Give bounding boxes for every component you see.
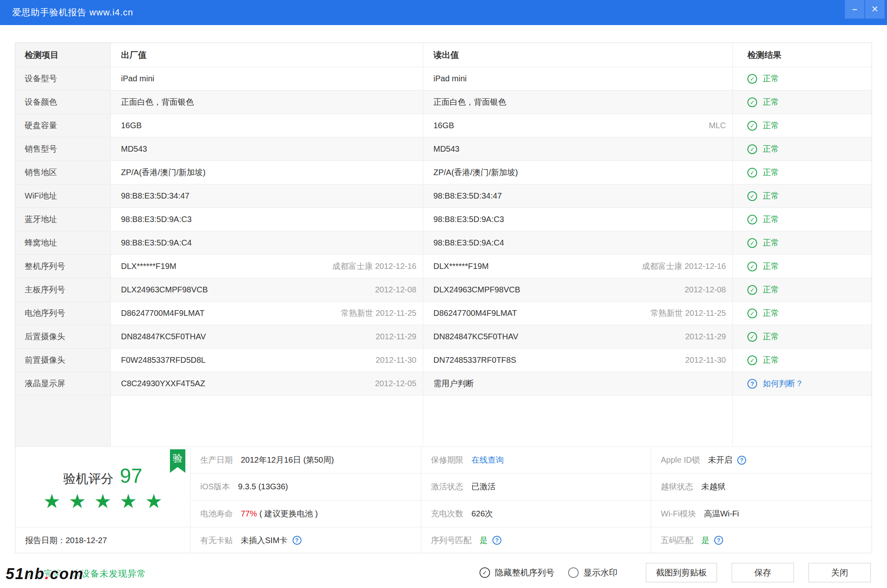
date-note: 常熟新世 2012-11-25 bbox=[651, 308, 726, 319]
battery-health-percent: 77% bbox=[241, 509, 257, 518]
summary-label: 五码匹配 bbox=[661, 535, 693, 546]
factory-value-cell: DLX******F19M成都富士康 2012-12-16 bbox=[111, 255, 423, 278]
result-normal-text: 正常 bbox=[763, 190, 779, 201]
online-query-link[interactable]: 在线查询 bbox=[471, 455, 504, 465]
read-value-cell: DLX24963CMPF98VCB2012-12-08 bbox=[423, 278, 733, 301]
factory-value-cell: 98:B8:E3:5D:34:47 bbox=[111, 184, 423, 207]
summary-value: 高温Wi-Fi bbox=[704, 508, 739, 519]
check-circle-icon: ✓ bbox=[747, 285, 757, 295]
result-normal-text: 正常 bbox=[763, 120, 779, 131]
check-circle-icon: ✓ bbox=[747, 168, 757, 178]
save-button[interactable]: 保存 bbox=[732, 563, 794, 582]
summary-value: 626次 bbox=[471, 508, 493, 519]
factory-value-cell: 正面白色，背面银色 bbox=[111, 91, 423, 114]
cell-value: D86247700M4F9LMAT bbox=[121, 309, 336, 318]
result-normal-text: 正常 bbox=[763, 261, 779, 272]
table-row: 蓝牙地址98:B8:E3:5D:9A:C398:B8:E3:5D:9A:C3✓正… bbox=[15, 208, 872, 231]
close-button[interactable]: ✕ bbox=[865, 0, 885, 19]
help-icon[interactable]: ? bbox=[714, 536, 723, 545]
close-report-button[interactable]: 关闭 bbox=[808, 563, 871, 582]
factory-value-cell: 16GB bbox=[111, 114, 423, 137]
factory-value-cell: ZP/A(香港/澳门/新加坡) bbox=[111, 161, 423, 184]
factory-value-cell: iPad mini bbox=[111, 67, 423, 90]
cell-value: iPad mini bbox=[433, 74, 726, 83]
read-value-cell: 98:B8:E3:5D:34:47 bbox=[423, 184, 733, 207]
summary-value: 9.3.5 (13G36) bbox=[238, 482, 288, 491]
summary-cell: 电池寿命77%( 建议更换电池 ) bbox=[191, 501, 421, 527]
minimize-button[interactable]: – bbox=[845, 0, 864, 19]
factory-value-cell: D86247700M4F9LMAT常熟新世 2012-11-25 bbox=[111, 302, 423, 325]
score-value: 97 bbox=[120, 464, 142, 488]
how-to-judge-link[interactable]: 如何判断？ bbox=[763, 378, 803, 389]
cell-value: DN72485337RF0TF8S bbox=[433, 355, 680, 365]
summary-label: 激活状态 bbox=[431, 481, 463, 492]
close-icon: ✕ bbox=[871, 4, 879, 15]
summary-cell: 充电次数626次 bbox=[421, 501, 651, 527]
summary-label: 保修期限 bbox=[431, 455, 463, 465]
window-title: 爱思助手验机报告 www.i4.cn bbox=[0, 6, 133, 19]
show-watermark-radio[interactable] bbox=[568, 567, 579, 578]
result-normal-text: 正常 bbox=[763, 284, 779, 295]
check-circle-icon: ✓ bbox=[747, 191, 757, 201]
cell-value: iPad mini bbox=[121, 74, 416, 83]
date-note: 成都富士康 2012-12-16 bbox=[332, 261, 416, 272]
cell-value: DLX24963CMPF98VCB bbox=[433, 285, 680, 294]
hide-serial-checkbox[interactable]: ✓ bbox=[480, 567, 490, 578]
cell-value: DLX24963CMPF98VCB bbox=[121, 285, 370, 294]
summary-label: 电池寿命 bbox=[200, 508, 233, 519]
check-circle-icon: ✓ bbox=[747, 355, 757, 365]
result-cell: ✓正常 bbox=[733, 278, 872, 301]
factory-value-cell: F0W2485337RFD5D8L2012-11-30 bbox=[111, 349, 423, 372]
summary-cell: 越狱状态未越狱 bbox=[651, 474, 872, 500]
question-circle-icon[interactable]: ? bbox=[747, 379, 757, 389]
result-normal-text: 正常 bbox=[763, 308, 779, 319]
score-box: 验 验机评分 97 ★★★★★ 报告日期：2018-12-27 bbox=[15, 447, 191, 554]
help-icon[interactable]: ? bbox=[492, 536, 501, 545]
summary-value: ( 建议更换电池 ) bbox=[259, 508, 318, 519]
summary-label: iOS版本 bbox=[200, 481, 230, 492]
hide-serial-label: 隐藏整机序列号 bbox=[495, 567, 554, 578]
cell-value: F0W2485337RFD5D8L bbox=[121, 355, 371, 365]
cell-value: DLX******F19M bbox=[121, 262, 327, 271]
help-icon[interactable]: ? bbox=[293, 536, 301, 545]
summary-cell: 激活状态已激活 bbox=[421, 474, 651, 500]
item-label-cell: WiFi地址 bbox=[15, 184, 111, 207]
result-normal-text: 正常 bbox=[763, 97, 779, 108]
read-value-cell: ZP/A(香港/澳门/新加坡) bbox=[423, 161, 733, 184]
verified-ribbon-badge: 验 bbox=[170, 449, 185, 473]
check-circle-icon: ✓ bbox=[747, 332, 757, 342]
result-cell: ✓正常 bbox=[733, 67, 872, 90]
summary-column-1: 生产日期2012年12月16日 (第50周)iOS版本9.3.5 (13G36)… bbox=[191, 447, 421, 554]
table-header-row: 检测项目 出厂值 读出值 检测结果 bbox=[15, 43, 872, 67]
factory-value-cell: 98:B8:E3:5D:9A:C3 bbox=[111, 208, 423, 231]
result-cell: ✓正常 bbox=[733, 208, 872, 231]
summary-value: 是 bbox=[480, 535, 488, 546]
cell-value: MD543 bbox=[121, 144, 416, 154]
result-normal-text: 正常 bbox=[763, 144, 779, 154]
summary-cell: 有无卡贴未插入SIM卡? bbox=[191, 527, 421, 554]
minimize-icon: – bbox=[852, 4, 857, 15]
score-label: 验机评分 bbox=[63, 470, 113, 487]
item-label-cell: 主板序列号 bbox=[15, 278, 111, 301]
summary-label: 充电次数 bbox=[431, 508, 463, 519]
table-row: 液晶显示屏C8C24930YXXF4T5AZ2012-12-05需用户判断?如何… bbox=[15, 372, 872, 396]
date-note: 2012-11-29 bbox=[376, 332, 416, 341]
cell-value: 98:B8:E3:5D:9A:C3 bbox=[121, 215, 416, 224]
summary-label: 越狱状态 bbox=[661, 481, 693, 492]
result-normal-text: 正常 bbox=[763, 355, 779, 366]
screenshot-to-clipboard-button[interactable]: 截图到剪贴板 bbox=[646, 563, 717, 582]
summary-value: 是 bbox=[701, 535, 709, 546]
app-window: 爱思助手验机报告 www.i4.cn – ✕ 检测项目 出厂值 读出值 检测结果… bbox=[0, 0, 887, 588]
result-cell: ✓正常 bbox=[733, 161, 872, 184]
result-normal-text: 正常 bbox=[763, 167, 779, 178]
read-value-cell: DLX******F19M成都富士康 2012-12-16 bbox=[423, 255, 733, 278]
summary-cell: iOS版本9.3.5 (13G36) bbox=[191, 474, 421, 500]
footer-bar: 验机完毕，该设备未发现异常 51nb.com ✓ 隐藏整机序列号 显示水印 截图… bbox=[0, 561, 887, 588]
check-circle-icon: ✓ bbox=[747, 144, 757, 154]
summary-value: 未开启 bbox=[708, 455, 732, 465]
cell-value: 需用户判断 bbox=[433, 378, 726, 389]
item-label-cell: 整机序列号 bbox=[15, 255, 111, 278]
help-icon[interactable]: ? bbox=[737, 456, 746, 465]
cell-value: 16GB bbox=[433, 121, 704, 130]
summary-value: 未插入SIM卡 bbox=[241, 535, 288, 546]
